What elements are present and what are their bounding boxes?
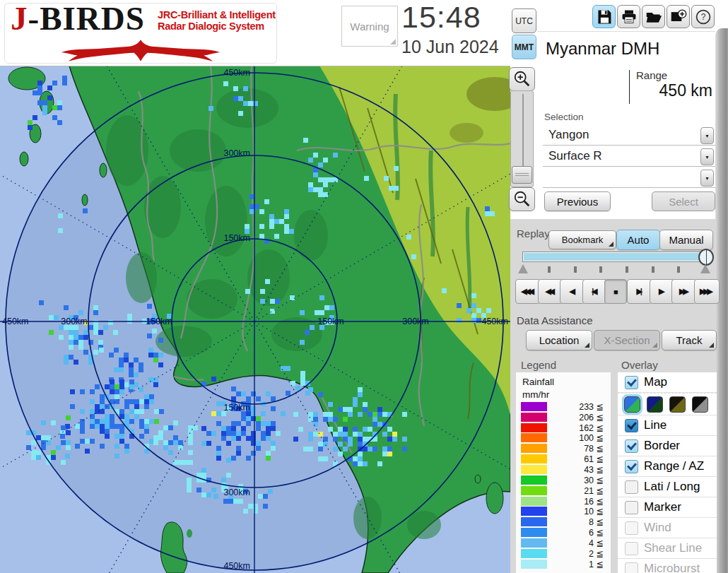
map-checkbox[interactable]: [625, 376, 638, 389]
rewind-button[interactable]: ◀◀: [538, 279, 563, 304]
overlay-row-marker[interactable]: Marker: [618, 497, 717, 518]
add-image-button[interactable]: [667, 5, 690, 28]
radar-map[interactable]: 450km300km150km150km300km450km450km300km…: [0, 66, 510, 573]
fast-forward-button[interactable]: ▶▶: [671, 279, 697, 304]
range-label-text: 150km: [146, 317, 172, 326]
zoom-slider[interactable]: [510, 90, 534, 187]
range-label-text: 450km: [223, 561, 250, 571]
zoom-in-button[interactable]: [509, 67, 535, 91]
legend-color-swatch: [521, 560, 547, 569]
play-reverse-button[interactable]: ◀: [560, 279, 585, 304]
product-dropdown[interactable]: Surface R ▼: [543, 147, 715, 167]
legend-row: 233 ≦: [516, 401, 611, 412]
legend-row: 8 ≦: [516, 516, 611, 527]
legend-color-swatch: [521, 454, 547, 463]
timezone-button-utc[interactable]: UTC: [512, 8, 536, 33]
check-icon: [627, 439, 637, 449]
overlay-row-rangeaz[interactable]: Range / AZ: [618, 456, 717, 477]
line-checkbox[interactable]: [625, 419, 638, 432]
overlay-row-shearline[interactable]: Shear Line: [618, 538, 717, 559]
chevron-down-icon[interactable]: ▼: [700, 170, 714, 187]
stop-button[interactable]: ■: [604, 279, 627, 304]
range-label-text: 300km: [223, 488, 250, 497]
jump-start-button[interactable]: ◀◀◀: [515, 279, 541, 304]
replay-slider-track[interactable]: [522, 252, 710, 262]
slider-start-marker[interactable]: [518, 264, 528, 273]
overlay-row-map[interactable]: Map: [618, 372, 717, 393]
overlay-row-line[interactable]: Line: [618, 415, 717, 436]
warning-button[interactable]: Warning: [341, 6, 398, 47]
legend-color-swatch: [521, 413, 547, 422]
overlay-row-latilong[interactable]: Lati / Long: [618, 477, 717, 497]
chevron-down-icon[interactable]: ▼: [700, 148, 714, 165]
legend-color-swatch: [521, 486, 547, 495]
border-checkbox[interactable]: [625, 439, 638, 453]
overlay-row-border[interactable]: Border: [618, 436, 717, 456]
chevron-down-icon[interactable]: ▼: [700, 127, 714, 144]
auto-button[interactable]: Auto: [616, 230, 660, 250]
map-style-swatch-4[interactable]: [692, 396, 708, 413]
track-button[interactable]: Track: [662, 330, 717, 350]
zoom-out-button[interactable]: [509, 187, 535, 211]
legend-color-swatch: [521, 402, 547, 411]
rangeaz-checkbox[interactable]: [625, 460, 638, 473]
map-style-swatch-1[interactable]: [624, 396, 640, 413]
manual-button[interactable]: Manual: [659, 230, 713, 250]
help-button[interactable]: ?: [691, 5, 715, 28]
map-style-swatch-3[interactable]: [669, 396, 686, 413]
step-forward-button[interactable]: ▶|: [627, 279, 652, 304]
legend-row: 162 ≦: [516, 423, 611, 433]
bookmark-menu-icon: [609, 242, 613, 247]
save-icon: [596, 8, 613, 25]
select-button[interactable]: Select: [652, 191, 715, 211]
latilong-checkbox[interactable]: [625, 480, 638, 494]
legend-value: 61 ≦: [547, 454, 611, 464]
legend-color-swatch: [521, 433, 547, 442]
overlay-label: Border: [644, 439, 680, 453]
open-folder-button[interactable]: [642, 5, 665, 28]
legend-row: 43 ≦: [516, 464, 611, 475]
marker-checkbox[interactable]: [625, 501, 638, 514]
panel-separator: [537, 31, 715, 32]
slider-tick: [652, 266, 654, 273]
zoom-slider-thumb[interactable]: [512, 166, 532, 184]
timezone-button-mmt[interactable]: MMT: [512, 35, 536, 59]
data-assistance-label: Data Assistance: [517, 314, 593, 326]
range-label-text: 450km: [223, 68, 250, 78]
site-dropdown[interactable]: Yangon ▼: [543, 126, 715, 146]
legend-row: 1 ≦: [516, 559, 611, 569]
legend-color-swatch: [521, 465, 547, 474]
legend-value: 162 ≦: [547, 423, 611, 433]
warning-resize-handle[interactable]: [390, 39, 396, 45]
option-dropdown[interactable]: ▼: [543, 168, 715, 188]
overlay-label: Marker: [644, 500, 681, 514]
legend-value: 8 ≦: [547, 516, 611, 527]
replay-slider-thumb[interactable]: [698, 249, 714, 266]
legend-value: 100 ≦: [547, 432, 611, 443]
help-icon: ?: [695, 8, 712, 25]
x-section-button[interactable]: X-Section: [594, 330, 660, 350]
save-button[interactable]: [592, 5, 616, 28]
legend-row: 61 ≦: [516, 454, 611, 464]
slider-end-marker[interactable]: [700, 264, 710, 273]
magnifier-plus-icon: [513, 70, 532, 88]
jump-end-button[interactable]: ▶▶▶: [694, 279, 720, 304]
location-button[interactable]: Location: [526, 330, 592, 350]
station-name: Myanmar DMH: [546, 39, 659, 59]
slider-tick: [548, 266, 551, 273]
legend-unit: Rainfall mm/hr: [522, 376, 554, 401]
jbirds-logo: J-BIRDS JRC-Brilliant & Intelligent Rada…: [4, 3, 277, 64]
print-button[interactable]: [617, 5, 640, 28]
overlay-row-microburst[interactable]: Microburst: [618, 559, 717, 573]
map-style-swatch-2[interactable]: [647, 396, 663, 413]
legend-value: 233 ≦: [547, 401, 611, 412]
step-back-button[interactable]: |◀: [582, 279, 608, 304]
play-button[interactable]: ▶: [650, 279, 675, 304]
legend-color-swatch: [521, 497, 547, 506]
overlay-row-wind[interactable]: Wind: [618, 518, 717, 538]
legend-row: 10 ≦: [516, 506, 611, 516]
bookmark-label: Bookmark: [562, 235, 604, 245]
bookmark-button[interactable]: Bookmark: [548, 230, 616, 249]
jbirds-app: 450km300km150km150km300km450km450km300km…: [0, 0, 728, 573]
previous-button[interactable]: Previous: [544, 191, 611, 211]
